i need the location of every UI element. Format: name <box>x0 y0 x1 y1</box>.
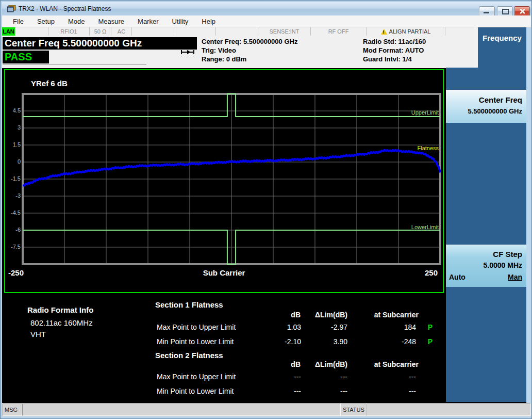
status-content-cell <box>367 404 530 416</box>
section1-row1-db: 1.03 <box>287 323 301 331</box>
results-table: Radio Format Info 802.11ac 160MHz VHT Se… <box>2 295 445 398</box>
menu-mode[interactable]: Mode <box>61 18 92 25</box>
section2-col-dlim: ΔLim(dB) <box>315 360 347 368</box>
hdr-trig: Trig: Video <box>202 46 297 55</box>
pass-verdict: PASS <box>3 51 49 63</box>
center-freq-softkey-title: Center Freq <box>479 95 522 104</box>
section2-row2-db: --- <box>294 387 301 395</box>
section1-row1-passfail: P <box>428 323 433 331</box>
section2-row2-sc: --- <box>409 387 416 395</box>
align-partial-label: ALIGN PARTIAL <box>389 28 431 35</box>
ytick-m1p5: -1.5 <box>5 175 21 182</box>
center-freq-softkey-value: 5.500000000 GHz <box>468 107 522 115</box>
cf-step-softkey-title: CF Step <box>493 250 522 259</box>
radio-format-line2: VHT <box>30 330 46 339</box>
settings-strip: LAN RFIO1 50 Ω AC SENSE:INT RF OFF ALIGN… <box>2 27 478 36</box>
cf-step-man-toggle[interactable]: Man <box>508 273 522 281</box>
section2-row1-label: Max Point to Upper Limit <box>157 373 236 381</box>
ytick-m3: -3 <box>5 192 21 199</box>
ytick-3: 3 <box>5 124 21 131</box>
title-bar[interactable]: TRX2 - WLAN - Spectral Flatness <box>2 2 531 16</box>
hdr-center-freq: Center Freq: 5.500000000 GHz <box>202 37 297 46</box>
radio-format-line1: 802.11ac 160MHz <box>30 318 93 327</box>
strip-cell-empty-1 <box>15 27 48 36</box>
section1-row2-passfail: P <box>428 337 433 346</box>
rf-off-indicator: RF OFF <box>311 27 367 36</box>
section2-row1-dlim: --- <box>340 373 347 381</box>
xaxis-max-label: 250 <box>425 268 438 277</box>
trigger-settings-column: Center Freq: 5.500000000 GHz Trig: Video… <box>202 37 297 63</box>
menu-file[interactable]: File <box>6 18 30 25</box>
strip-cell-empty-4 <box>216 27 258 36</box>
instrument-window: TRX2 - WLAN - Spectral Flatness File Set… <box>0 0 532 419</box>
section1-row2-db: -2.10 <box>285 337 301 346</box>
maximize-button[interactable] <box>497 6 513 17</box>
app-icon <box>7 5 16 12</box>
window-title: TRX2 - WLAN - Spectral Flatness <box>19 5 111 12</box>
window-right-frame <box>526 27 531 403</box>
ytick-m4p5: -4.5 <box>5 210 21 216</box>
menu-utility[interactable]: Utility <box>165 18 195 25</box>
hdr-guard-intvl: Guard Intvl: 1/4 <box>363 55 426 63</box>
section1-col-sc: at Subcarrier <box>374 311 419 319</box>
menu-help[interactable]: Help <box>195 18 222 25</box>
softkey-menu-title: Frequency <box>478 34 526 42</box>
xaxis-title: Sub Carrier <box>5 268 443 277</box>
minimize-button[interactable] <box>479 6 495 17</box>
cf-step-auto-toggle[interactable]: Auto <box>449 273 466 281</box>
section2-row2-label: Min Point to Lower Limit <box>157 387 234 395</box>
section1-title: Section 1 Flatness <box>155 300 223 309</box>
section2-row1-db: --- <box>294 373 301 381</box>
upper-limit-label: UpperLimit <box>411 109 439 116</box>
menu-setup[interactable]: Setup <box>30 18 61 25</box>
menu-marker[interactable]: Marker <box>131 18 165 25</box>
lower-limit-label: LowerLimit <box>411 224 439 230</box>
softkey-menu-band: Frequency <box>478 27 526 68</box>
section1-col-dlim: ΔLim(dB) <box>315 311 347 319</box>
section1-row2-dlim: 3.90 <box>334 337 347 346</box>
measurement-header: Center Freq 5.500000000 GHz PASS Center … <box>2 36 478 68</box>
rfio-indicator: RFIO1 <box>48 27 90 36</box>
msg-cell: MSG <box>3 404 22 416</box>
align-partial-indicator: ALIGN PARTIAL <box>367 27 445 36</box>
divider-line <box>3 65 146 65</box>
ytick-m6: -6 <box>5 227 21 233</box>
status-cell: STATUS <box>341 404 367 416</box>
radio-settings-column: Radio Std: 11ac/160 Mod Format: AUTO Gua… <box>363 37 426 63</box>
ytick-0: 0 <box>5 158 21 165</box>
coupling-indicator: AC <box>111 27 132 36</box>
strip-cell-empty-2 <box>132 27 174 36</box>
flatness-trace-label: Flatness <box>417 145 439 151</box>
section1-row2-label: Min Point to Lower Limit <box>157 337 234 346</box>
spectral-flatness-graph: YRef 6 dB 4.5 3 1.5 0 -1.5 -3 -4.5 -6 -7… <box>4 69 444 293</box>
section1-row1-sc: 184 <box>404 323 416 331</box>
impedance-indicator: 50 Ω <box>90 27 111 36</box>
maximize-icon <box>502 9 509 14</box>
yref-label: YRef 6 dB <box>31 79 68 88</box>
section2-col-sc: at Subcarrier <box>374 360 419 368</box>
section1-row2-sc: -248 <box>402 337 416 346</box>
trigger-icon <box>181 49 194 55</box>
center-freq-annunciator: Center Freq 5.500000000 GHz <box>3 37 197 50</box>
section2-col-db: dB <box>291 360 301 368</box>
section2-title: Section 2 Flatness <box>155 351 223 360</box>
cf-step-softkey[interactable]: CF Step 5.0000 MHz Auto Man <box>446 245 526 287</box>
hdr-mod-format: Mod Format: AUTO <box>363 46 426 55</box>
section2-row1-sc: --- <box>409 373 416 381</box>
menu-bar: File Setup Mode Measure Marker Utility H… <box>2 15 531 27</box>
ytick-4p5: 4.5 <box>5 107 21 114</box>
close-button[interactable] <box>514 6 530 17</box>
menu-measure[interactable]: Measure <box>91 18 131 25</box>
cf-step-softkey-value: 5.0000 MHz <box>484 261 522 269</box>
section2-row2-dlim: --- <box>340 387 347 395</box>
center-freq-softkey[interactable]: Center Freq 5.500000000 GHz <box>446 90 526 123</box>
ytick-1p5: 1.5 <box>5 141 21 148</box>
hdr-radio-std: Radio Std: 11ac/160 <box>363 37 426 46</box>
close-icon <box>519 8 525 14</box>
strip-cell-empty-5 <box>445 27 478 36</box>
section1-row1-dlim: -2.97 <box>331 323 347 331</box>
hdr-range: Range: 0 dBm <box>202 55 297 63</box>
sense-indicator: SENSE:INT <box>258 27 311 36</box>
flatness-plot <box>5 70 443 292</box>
section1-col-db: dB <box>291 311 301 319</box>
